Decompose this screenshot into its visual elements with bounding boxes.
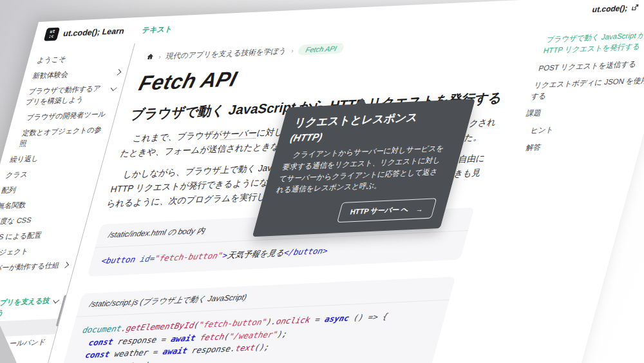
code-token: await [170,333,197,344]
code-token: response [186,344,232,355]
toc-item-0[interactable]: ブラウザで動く JavaScript から HTTP リクエストを発行する [542,29,644,57]
chevron-right-icon [62,262,69,268]
nav-link-text[interactable]: テキスト [141,24,174,35]
code-token: async [323,313,350,324]
topbar-right-group: ut.code(); [591,2,640,15]
sidebar-item-label: サーバーが動作する仕組み [0,260,61,285]
code-token: weather [109,360,146,363]
toc-item-3[interactable]: 課題 [525,103,644,120]
sidebar-item-label: ようこそ [35,52,126,66]
breadcrumb-separator: › [290,47,294,54]
code-token: ); [276,329,289,339]
breadcrumb-section-link[interactable]: 現代のアプリを支える技術を学ぼう [165,46,288,61]
code-token: const [84,349,111,360]
toc-item-4[interactable]: ヒント [520,120,642,137]
home-icon[interactable] [146,52,155,61]
code-token: document [81,324,122,335]
code-token: await [162,346,189,357]
text-run: これまで、ブラウザが [132,130,223,143]
sidebar-item-label: 配列 [0,182,90,196]
code-token: fetch [199,331,226,342]
code-token: "/weather" [228,329,279,341]
code-token: "fetch-button" [153,250,223,263]
term-tooltip-popover: リクエストとレスポンス (HTTP) クライアントからサーバーに対しサービスを要… [252,99,475,237]
sidebar-item-label: 新歓体験会 [32,68,113,82]
chevron-right-icon [115,69,121,75]
logo-text-bottom: ;c [48,34,55,39]
arrow-right-icon: → [415,205,424,213]
code-token: response [112,335,158,346]
breadcrumb-separator: › [158,53,162,60]
sidebar-item-label: CSS による配置 [0,229,78,243]
sidebar-item-label: 現代のアプリを支える技術を学ぼう [0,296,52,320]
code-token: "fetch-button" [198,317,268,330]
learn-page: ut ;c ut.code(); Learn テキスト ut.code(); よ… [0,0,644,363]
code-token: const [88,337,115,348]
sidebar-item-label: Fetch API [0,321,53,335]
code-token: 天気予報を見る [226,248,285,260]
sidebar-item-label: ブラウザで動作するアプリを構築しよう [24,83,109,108]
utcode-external-link[interactable]: ut.code(); [591,3,629,14]
sidebar-item-label: オブジェクト [0,244,73,259]
tooltip-body: クライアントからサーバーに対しサービスを要求する通信をリクエスト、リクエストに対… [274,142,451,197]
code-token: () => { [348,311,389,323]
code-token: </button> [283,246,329,257]
sidebar-item-label: ブラウザの開発者ツール [25,109,110,123]
sidebar-item-label: クラス [5,166,95,181]
breadcrumb-current-pill[interactable]: Fetch API [298,43,345,55]
external-link-icon[interactable] [630,2,640,14]
utcode-logo-icon[interactable]: ut ;c [44,28,60,41]
code-token: ); [144,360,156,363]
code-token: weather [108,348,149,359]
chevron-down-icon [53,297,59,304]
chevron-down-icon [111,84,117,91]
toc-item-2[interactable]: リクエストボディに JSON を使用する [529,74,644,102]
sidebar-item-label: 高度な CSS [0,213,82,228]
code-token: text [234,342,256,353]
sidebar-item-label: 繰り返し [9,151,99,165]
code-token: onclick [275,315,312,327]
site-brand[interactable]: ut.code(); Learn [62,26,126,38]
linked-term[interactable]: サーバー [220,128,258,140]
code-token: <button [100,254,142,266]
sidebar-item-12[interactable]: サーバーが動作する仕組み [0,257,77,288]
toc-item-1[interactable]: POST リクエストを送信する [537,57,644,74]
tooltip-button-row: HTTP サーバー へ → [267,198,437,226]
code-token: getElementById [125,320,195,333]
sidebar-item-label: 定数とオブジェクトの参照 [18,124,106,149]
code-card-script-js: /static/script.js (ブラウザ上で動く JavaScript) … [54,277,455,363]
button-label: HTTP サーバー へ [349,204,410,217]
sidebar-item-label: 無名関数 [0,197,86,211]
code-token: (); [254,342,271,352]
tooltip-arrow [355,98,368,105]
http-server-link-button[interactable]: HTTP サーバー へ → [337,198,437,222]
toc-item-5[interactable]: 解答 [516,137,638,154]
